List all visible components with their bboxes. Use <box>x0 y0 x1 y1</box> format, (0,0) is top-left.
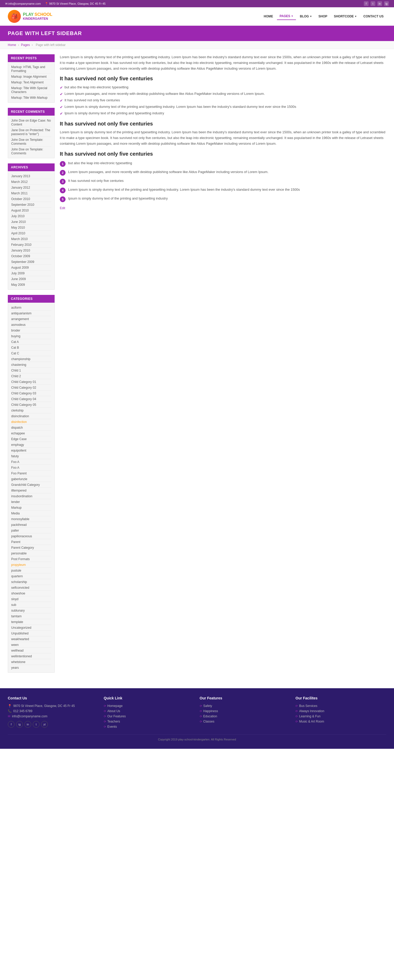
feature-link[interactable]: Safety <box>203 704 212 708</box>
category-link[interactable]: propyleum <box>11 563 26 566</box>
category-link[interactable]: dispatch <box>11 426 23 430</box>
post-link[interactable]: Markup: Title With Special Characters <box>11 86 47 94</box>
quick-link[interactable]: Homepage <box>107 704 123 708</box>
nav-shop[interactable]: SHOP <box>316 13 330 20</box>
facebook-icon[interactable]: f <box>364 1 368 6</box>
category-link[interactable]: palter <box>11 529 19 532</box>
nav-contact[interactable]: CONTACT US <box>361 13 386 20</box>
category-link[interactable]: sloyd <box>11 597 19 601</box>
category-link[interactable]: broder <box>11 329 20 332</box>
category-link[interactable]: showshoe <box>11 592 25 595</box>
category-link[interactable]: arrangement <box>11 317 29 321</box>
archive-link[interactable]: August 2010 <box>11 208 29 212</box>
quick-link[interactable]: Events <box>107 725 117 729</box>
archive-link[interactable]: January 2013 <box>11 174 30 178</box>
facility-link[interactable]: Music & Art Room <box>299 720 324 723</box>
facility-link[interactable]: Learning & Fun <box>299 714 321 718</box>
archive-link[interactable]: September 2010 <box>11 203 34 207</box>
breadcrumb-pages[interactable]: Pages <box>21 43 30 47</box>
archive-link[interactable]: May 2009 <box>11 283 25 286</box>
facility-link[interactable]: Bus Services <box>299 704 317 708</box>
post-link[interactable]: Markup: Text Alignment <box>11 81 44 84</box>
category-link[interactable]: antiquarianism <box>11 312 32 315</box>
comment-link[interactable]: John Doe on Edge Case: No Content <box>11 119 51 126</box>
category-link[interactable]: insubordination <box>11 495 32 498</box>
quick-link[interactable]: Teachers <box>107 720 120 723</box>
category-link[interactable]: whetstone <box>11 660 26 664</box>
footer-linkedin-icon[interactable]: in <box>24 721 31 728</box>
archive-link[interactable]: July 2010 <box>11 214 24 218</box>
category-link[interactable]: Parent <box>11 540 20 544</box>
category-link[interactable]: selfconvicted <box>11 586 29 590</box>
category-link[interactable]: quartern <box>11 574 23 578</box>
category-link[interactable]: tamtam <box>11 614 22 618</box>
comment-link[interactable]: John Doe on Template: Comments <box>11 148 43 155</box>
category-link[interactable]: aciform <box>11 306 21 309</box>
archive-link[interactable]: January 2010 <box>11 249 30 252</box>
archive-link[interactable]: June 2009 <box>11 277 26 281</box>
category-link[interactable]: Child Category 05 <box>11 403 36 407</box>
category-link[interactable]: Foo A <box>11 460 19 464</box>
category-link[interactable]: gaberlunzie <box>11 477 27 481</box>
category-link[interactable]: asmodeus <box>11 323 26 326</box>
feature-link[interactable]: Classes <box>203 720 215 723</box>
category-link[interactable]: pustule <box>11 569 21 572</box>
category-link[interactable]: Markup <box>11 506 22 509</box>
twitter-icon[interactable]: t <box>371 1 375 6</box>
category-link[interactable]: lender <box>11 500 20 504</box>
category-link[interactable]: wellintentioned <box>11 654 32 658</box>
category-link[interactable]: buying <box>11 334 20 338</box>
category-link[interactable]: championship <box>11 357 30 361</box>
category-link[interactable]: chastening <box>11 363 26 367</box>
archive-link[interactable]: July 2009 <box>11 272 24 275</box>
category-link[interactable]: echappee <box>11 431 25 435</box>
category-link[interactable]: Post Formats <box>11 557 30 561</box>
archive-link[interactable]: October 2009 <box>11 255 30 258</box>
archive-link[interactable]: April 2010 <box>11 231 25 235</box>
category-link[interactable]: Child Category 04 <box>11 397 36 401</box>
category-link[interactable]: Child 1 <box>11 369 21 372</box>
category-link[interactable]: sublunary <box>11 609 25 612</box>
nav-home[interactable]: HOME <box>261 13 276 20</box>
category-link[interactable]: Child Category 01 <box>11 380 36 384</box>
archive-link[interactable]: January 2012 <box>11 186 30 189</box>
post-link[interactable]: Markup: Image Alignment <box>11 75 46 78</box>
archive-link[interactable]: June 2010 <box>11 220 26 224</box>
comment-link[interactable]: Jane Doe on Protected: The password is "… <box>11 128 50 136</box>
instagram-icon[interactable]: ig <box>384 1 389 6</box>
category-link[interactable]: years <box>11 666 19 670</box>
category-link[interactable]: Cat B <box>11 346 19 350</box>
linkedin-icon[interactable]: in <box>377 1 382 6</box>
category-link[interactable]: Cat C <box>11 352 19 355</box>
category-link[interactable]: Cat A <box>11 340 19 344</box>
category-link[interactable]: Child Category 02 <box>11 386 36 390</box>
archive-link[interactable]: May 2010 <box>11 226 25 229</box>
archive-link[interactable]: August 2009 <box>11 266 29 269</box>
category-link[interactable]: disinfection <box>11 420 27 424</box>
quick-link[interactable]: About Us <box>107 709 120 713</box>
category-link[interactable]: fatuty <box>11 454 19 458</box>
category-link[interactable]: illtempered <box>11 489 27 492</box>
archive-link[interactable]: February 2010 <box>11 243 32 247</box>
feature-link[interactable]: Happiness <box>203 709 218 713</box>
category-link[interactable]: Foo Parent <box>11 472 27 475</box>
quick-link[interactable]: Our Features <box>107 714 126 718</box>
footer-youtube-icon[interactable]: yt <box>41 721 48 728</box>
category-link[interactable]: Parent Category <box>11 546 34 549</box>
nav-pages[interactable]: PAGES ▼ <box>277 13 296 20</box>
archive-link[interactable]: March 2012 <box>11 180 27 184</box>
category-link[interactable]: sub <box>11 603 16 607</box>
category-link[interactable]: Child Category 03 <box>11 391 36 395</box>
category-link[interactable]: Unpublished <box>11 632 29 635</box>
category-link[interactable]: emphagy <box>11 443 24 447</box>
nav-shortcode[interactable]: SHORTCODE ▼ <box>331 13 360 20</box>
category-link[interactable]: wellhead <box>11 649 23 652</box>
category-link[interactable]: Uncategorized <box>11 626 31 630</box>
category-link[interactable]: template <box>11 620 23 624</box>
category-link[interactable]: scholarship <box>11 580 27 584</box>
category-link[interactable]: Grandchild Category <box>11 483 40 487</box>
category-link[interactable]: ween <box>11 643 19 647</box>
footer-facebook-icon[interactable]: f <box>8 721 14 728</box>
nav-blog[interactable]: BLOG ▼ <box>297 13 315 20</box>
archive-link[interactable]: March 2011 <box>11 191 27 195</box>
